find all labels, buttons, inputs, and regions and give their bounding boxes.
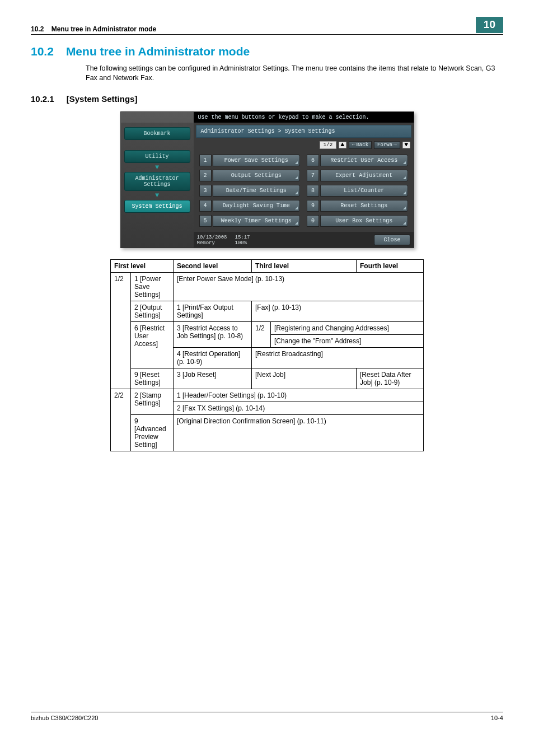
device-screenshot: Use the menu buttons or keypad to make a…	[120, 111, 414, 248]
cell-third-page: 1/2	[252, 321, 271, 347]
bookmark-button[interactable]: Bookmark	[124, 127, 190, 140]
cell-first: 1 [Power Save Settings]	[131, 272, 174, 301]
menu-num: 8	[307, 185, 319, 197]
menu-item-weekly-timer[interactable]: Weekly Timer Settings	[213, 215, 301, 227]
cell-first: 6 [Restrict User Access]	[131, 321, 174, 368]
menu-num: 9	[307, 200, 319, 212]
cell-first: 9 [Reset Settings]	[131, 368, 174, 389]
back-button[interactable]: ← Back	[349, 141, 372, 149]
cell-fourth: [Change the "From" Address]	[271, 334, 424, 347]
section-heading: 10.2 Menu tree in Administrator mode	[31, 45, 503, 58]
table-row: 2/2 2 [Stamp Settings] 1 [Header/Footer …	[111, 389, 424, 402]
table-row: 9 [Reset Settings] 3 [Job Reset] [Next J…	[111, 368, 424, 389]
menu-num: 1	[199, 155, 212, 166]
cell-second: 2 [Fax TX Settings] (p. 10-14)	[174, 402, 424, 414]
table-row: 2 [Output Settings] 1 [Print/Fax Output …	[111, 301, 424, 321]
cell-second: 3 [Restrict Access to Job Settings] (p. …	[174, 321, 252, 347]
menu-item-reset[interactable]: Reset Settings	[320, 200, 408, 212]
cell-first: 9 [Advanced Preview Setting]	[131, 414, 174, 451]
menu-num: 4	[199, 200, 212, 212]
menu-item-user-box[interactable]: User Box Settings	[320, 215, 408, 227]
cell-third: [Next Job]	[252, 368, 357, 389]
forward-button[interactable]: Forwa →	[374, 141, 400, 149]
menu-item-restrict-user[interactable]: Restrict User Access	[320, 155, 408, 166]
close-button[interactable]: Close	[374, 235, 410, 245]
cell-page: 1/2	[111, 272, 131, 389]
model-label: bizhub C360/C280/C220	[31, 715, 98, 721]
menu-grid: 1Power Save Settings 6Restrict User Acce…	[194, 151, 414, 232]
cell-second: 1 [Print/Fax Output Settings]	[174, 301, 252, 321]
scroll-up-icon[interactable]: ⯅	[339, 142, 346, 148]
footer-memory-label: Memory	[197, 240, 227, 246]
chapter-badge: 10	[476, 17, 503, 33]
page-footer: bizhub C360/C280/C220 10-4	[31, 712, 503, 721]
cell-third: [Restrict Broadcasting]	[252, 347, 424, 368]
menu-num: 3	[199, 185, 212, 197]
subsection-heading-title: [System Settings]	[67, 94, 138, 104]
page-number: 10-4	[491, 715, 503, 721]
down-arrow-icon: ▼	[124, 192, 190, 199]
col-fourth-level: Fourth level	[357, 259, 424, 272]
col-second-level: Second level	[174, 259, 252, 272]
subsection-heading: 10.2.1 [System Settings]	[31, 94, 503, 104]
menu-item-list-counter[interactable]: List/Counter	[320, 185, 408, 197]
subsection-heading-num: 10.2.1	[31, 94, 54, 104]
down-arrow-icon: ▼	[124, 164, 190, 171]
screenshot-prompt: Use the menu buttons or keypad to make a…	[194, 112, 414, 123]
menu-num: 0	[307, 215, 319, 227]
page-indicator: 1/2	[320, 141, 336, 149]
cell-fourth: [Registering and Changing Addresses]	[271, 321, 424, 334]
menu-item-output[interactable]: Output Settings	[213, 170, 301, 181]
screenshot-toolbar: 1/2 ⯅ ← Back Forwa → ⯆	[194, 140, 414, 151]
page-header: 10.2 Menu tree in Administrator mode 10	[31, 17, 503, 35]
table-row: 9 [Advanced Preview Setting] [Original D…	[111, 414, 424, 451]
col-third-level: Third level	[252, 259, 357, 272]
menu-num: 2	[199, 170, 212, 181]
cell-third: [Fax] (p. 10-13)	[252, 301, 424, 321]
admin-settings-button[interactable]: Administrator Settings	[124, 172, 190, 191]
menu-item-dst[interactable]: Daylight Saving Time	[213, 200, 301, 212]
screenshot-footer: 10/13/2008 Memory 15:17 100% Close	[194, 232, 414, 248]
cell-fourth: [Reset Data After Job] (p. 10-9)	[357, 368, 424, 389]
menu-item-datetime[interactable]: Date/Time Settings	[213, 185, 301, 197]
footer-date: 10/13/2008	[197, 235, 227, 240]
cell-second: 3 [Job Reset]	[174, 368, 252, 389]
screenshot-sidebar: Bookmark Utility ▼ Administrator Setting…	[121, 123, 194, 248]
menu-num: 5	[199, 215, 212, 227]
intro-paragraph: The following settings can be configured…	[86, 64, 503, 83]
cell-second: 4 [Restrict Operation] (p. 10-9)	[174, 347, 252, 368]
menu-item-power-save[interactable]: Power Save Settings	[213, 155, 301, 166]
breadcrumb: Administrator Settings > System Settings	[196, 125, 411, 138]
cell-second: [Enter Power Save Mode] (p. 10-13)	[174, 272, 424, 301]
cell-first: 2 [Output Settings]	[131, 301, 174, 321]
header-section-num: 10.2	[31, 25, 44, 33]
table-row: 6 [Restrict User Access] 3 [Restrict Acc…	[111, 321, 424, 334]
menu-num: 7	[307, 170, 319, 181]
scroll-down-icon[interactable]: ⯆	[402, 142, 410, 148]
menu-item-expert[interactable]: Expert Adjustment	[320, 170, 408, 181]
utility-button[interactable]: Utility	[124, 150, 190, 163]
header-section-title: Menu tree in Administrator mode	[51, 25, 157, 33]
table-row: 1/2 1 [Power Save Settings] [Enter Power…	[111, 272, 424, 301]
cell-second: [Original Direction Confirmation Screen]…	[174, 414, 424, 451]
system-settings-button[interactable]: System Settings	[124, 200, 190, 213]
col-first-level: First level	[111, 259, 174, 272]
footer-time: 15:17	[235, 235, 250, 240]
cell-page: 2/2	[111, 389, 131, 451]
menu-num: 6	[307, 155, 319, 166]
section-heading-num: 10.2	[31, 45, 54, 58]
cell-second: 1 [Header/Footer Settings] (p. 10-10)	[174, 389, 424, 402]
menu-tree-table: First level Second level Third level Fou…	[110, 259, 424, 451]
cell-first: 2 [Stamp Settings]	[131, 389, 174, 414]
footer-memory-value: 100%	[235, 240, 250, 246]
section-heading-title: Menu tree in Administrator mode	[66, 45, 250, 58]
